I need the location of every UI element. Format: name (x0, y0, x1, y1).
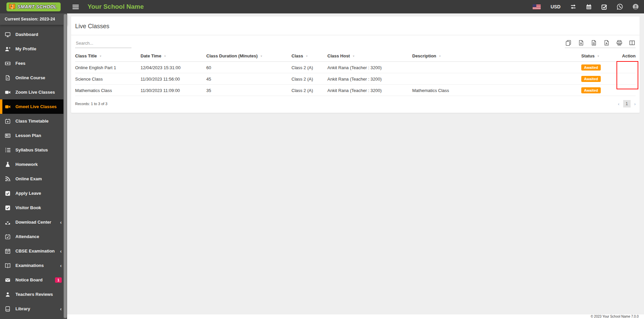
sidebar-item-label: Examinations (15, 263, 44, 268)
pagination-prev-icon[interactable]: ‹ (618, 102, 619, 106)
cell-duration: 60 (206, 62, 291, 73)
top-header-bar: SMART SCHOOL Your School Name USD (0, 0, 644, 13)
whatsapp-icon[interactable] (617, 4, 623, 10)
main-content: Live Classes Class Title Date Time (67, 13, 644, 319)
file-icon (5, 75, 10, 81)
cell-action[interactable] (620, 85, 636, 96)
column-visibility-icon[interactable] (629, 40, 635, 46)
sidebar-item-syllabus-status[interactable]: Syllabus Status (0, 143, 67, 157)
sidebar-item-cbse-examination[interactable]: CBSE Examination (0, 244, 67, 258)
sidebar-item-fees[interactable]: Fees (0, 56, 67, 71)
envelope-icon (5, 277, 10, 283)
sidebar-item-homework[interactable]: Homework (0, 157, 67, 172)
money-icon (5, 61, 10, 66)
table-footer: Records: 1 to 3 of 3 ‹ 1 › (71, 96, 640, 113)
pagination-page-1[interactable]: 1 (623, 100, 631, 107)
live-classes-table: Class Title Date Time Class Duration (Mi… (75, 51, 636, 96)
logo-zone[interactable]: SMART SCHOOL (0, 2, 67, 11)
book-icon (5, 306, 10, 312)
sidebar-scrollbar-track[interactable] (63, 13, 67, 319)
flask-icon (5, 162, 10, 167)
exchange-icon[interactable] (570, 4, 576, 10)
cell-date-time: 11/30/2023 11:09:00 (141, 85, 206, 96)
sidebar-item-label: Notice Board (15, 277, 43, 282)
sidebar-item-label: Zoom Live Classes (15, 90, 55, 95)
current-session-label: Current Session: 2023-24 (0, 13, 67, 25)
print-icon[interactable] (616, 40, 622, 46)
table-row: Mathematics Class 11/30/2023 11:09:00 35… (75, 85, 636, 96)
sidebar-item-online-exam[interactable]: Online Exam (0, 172, 67, 186)
sidebar-item-gmeet-live-classes[interactable]: Gmeet Live Classes (0, 99, 67, 114)
sidebar-item-zoom-live-classes[interactable]: Zoom Live Classes (0, 85, 67, 99)
column-header-class-title[interactable]: Class Title (75, 51, 141, 62)
live-classes-card: Live Classes Class Title Date Time (71, 16, 640, 113)
rss-icon (5, 176, 10, 182)
column-header-date-time[interactable]: Date Time (141, 51, 206, 62)
calendar-grid-icon (5, 248, 10, 254)
excel-export-icon[interactable] (578, 40, 584, 46)
sidebar-item-visitor-book[interactable]: Visitor Book (0, 200, 67, 215)
cell-duration: 45 (206, 73, 291, 85)
sidebar-item-label: Fees (15, 61, 25, 66)
user-icon (5, 292, 10, 297)
sidebar-item-download-center[interactable]: Download Center (0, 215, 67, 229)
sidebar-item-examinations[interactable]: Examinations (0, 258, 67, 273)
cell-class: Class 2 (A) (291, 85, 327, 96)
monitor-icon (5, 32, 10, 37)
cell-class-host: Ankit Rana (Teacher : 3200) (327, 73, 412, 85)
sidebar-item-online-course[interactable]: Online Course (0, 71, 67, 85)
cell-action[interactable] (620, 73, 636, 85)
sidebar-item-label: Attendance (15, 234, 39, 239)
sidebar-item-label: Gmeet Live Classes (15, 104, 57, 109)
sidebar-item-label: Syllabus Status (15, 147, 48, 152)
sidebar-item-label: Download Center (15, 220, 51, 225)
sidebar-toggle-hamburger-icon[interactable] (72, 4, 79, 10)
sidebar-item-teachers-reviews[interactable]: Teachers Reviews (0, 287, 67, 302)
sidebar-item-library[interactable]: Library (0, 302, 67, 316)
table-header-row: Class Title Date Time Class Duration (Mi… (75, 51, 636, 62)
currency-label[interactable]: USD (550, 4, 560, 9)
cell-class-title: Mathematics Class (75, 85, 141, 96)
copy-export-icon[interactable] (566, 40, 571, 46)
chevron-left-icon (60, 306, 62, 311)
profile-avatar-icon[interactable] (633, 4, 639, 10)
pagination-next-icon[interactable]: › (634, 102, 636, 106)
sidebar-item-apply-leave[interactable]: Apply Leave (0, 186, 67, 200)
sidebar-item-attendance[interactable]: Attendance (0, 229, 67, 244)
cell-class: Class 2 (A) (291, 73, 327, 85)
sidebar-item-label: Online Exam (15, 176, 42, 181)
status-badge: Awaited (581, 87, 601, 93)
user-plus-icon (5, 46, 10, 52)
sidebar-scrollbar-thumb[interactable] (64, 14, 67, 318)
sidebar-item-lesson-plan[interactable]: Lesson Plan (0, 128, 67, 143)
sidebar-item-label: Visitor Book (15, 205, 41, 210)
column-header-duration[interactable]: Class Duration (Minutes) (206, 51, 291, 62)
smart-school-logo: SMART SCHOOL (6, 2, 61, 11)
chevron-left-icon (60, 263, 62, 268)
cell-action[interactable] (620, 62, 636, 73)
sidebar-item-label: Library (15, 306, 30, 311)
column-header-description[interactable]: Description (412, 51, 581, 62)
column-header-class[interactable]: Class (291, 51, 327, 62)
table-row: Science Class 11/30/2023 11:56:00 45 Cla… (75, 73, 636, 85)
sidebar-item-label: Homework (15, 162, 38, 167)
videocam-icon (5, 104, 10, 109)
pdf-export-icon[interactable] (604, 40, 609, 46)
calendar-icon[interactable] (586, 4, 592, 10)
search-input[interactable] (75, 39, 131, 48)
sidebar-item-class-timetable[interactable]: Class Timetable (0, 114, 67, 128)
sidebar-item-label: Online Course (15, 75, 45, 80)
sidebar-item-my-profile[interactable]: My Profile (0, 42, 67, 56)
lesson-card-icon (5, 133, 10, 138)
status-badge: Awaited (581, 64, 601, 71)
sidebar-item-label: Class Timetable (15, 119, 49, 124)
sidebar-item-label: CBSE Examination (15, 248, 55, 254)
records-count: Records: 1 to 3 of 3 (75, 102, 107, 106)
language-flag-icon[interactable] (533, 4, 541, 9)
tasks-icon[interactable] (601, 4, 607, 10)
column-header-status[interactable]: Status (581, 51, 620, 62)
sidebar-item-dashboard[interactable]: Dashboard (0, 27, 67, 42)
column-header-class-host[interactable]: Class Host (327, 51, 412, 62)
csv-export-icon[interactable] (591, 40, 597, 46)
sidebar-item-notice-board[interactable]: Notice Board 1 (0, 273, 67, 287)
